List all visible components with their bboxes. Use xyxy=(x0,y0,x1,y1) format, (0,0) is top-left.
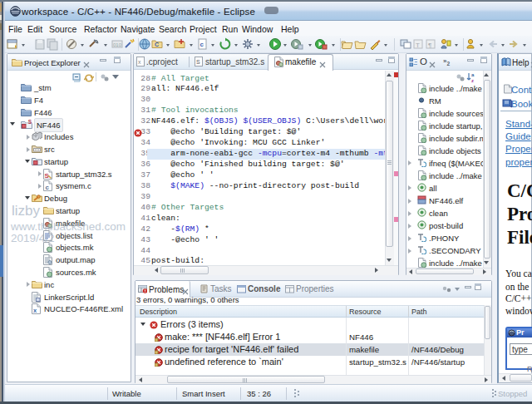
svg-text:T: T xyxy=(416,42,420,49)
svg-text:S: S xyxy=(196,59,200,65)
svg-text:c: c xyxy=(200,41,204,48)
svg-text:a: a xyxy=(471,72,475,77)
svg-text:010: 010 xyxy=(113,42,122,47)
svg-text:C: C xyxy=(155,42,159,47)
svg-text:x: x xyxy=(138,59,141,65)
svg-text:c: c xyxy=(46,184,50,191)
svg-text:¶: ¶ xyxy=(428,42,431,49)
svg-text:S: S xyxy=(28,119,32,125)
